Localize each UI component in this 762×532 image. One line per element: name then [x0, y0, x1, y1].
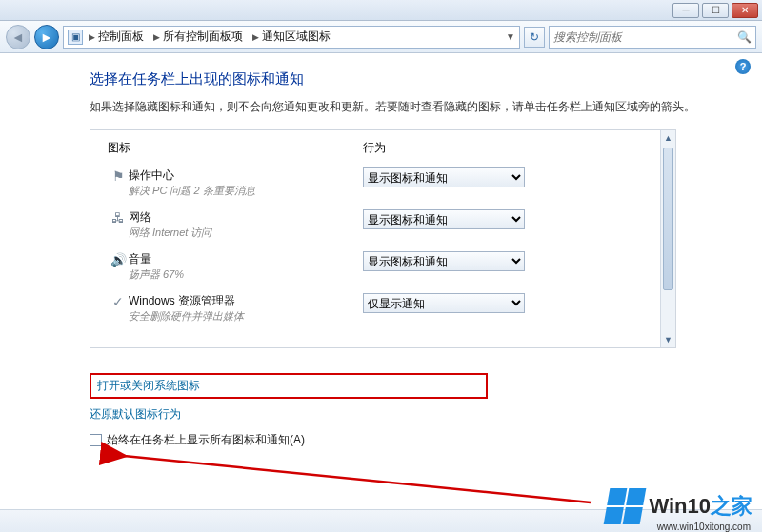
- windows-logo-icon: [604, 488, 647, 524]
- forward-button[interactable]: ►: [34, 25, 59, 49]
- scroll-down-icon[interactable]: ▼: [661, 332, 675, 347]
- link-toggle-system-icons[interactable]: 打开或关闭系统图标: [97, 378, 200, 394]
- item-title: Windows 资源管理器: [129, 293, 363, 309]
- behavior-select[interactable]: 显示图标和通知: [363, 167, 525, 187]
- crumb-1[interactable]: 所有控制面板项: [163, 29, 243, 45]
- watermark-url: www.win10xitong.com: [657, 522, 751, 532]
- minimize-button[interactable]: ─: [672, 3, 699, 18]
- table-row: 🔊音量扬声器 67%显示图标和通知: [108, 246, 658, 287]
- item-subtitle: 解决 PC 问题 2 条重要消息: [129, 184, 363, 198]
- always-show-row[interactable]: 始终在任务栏上显示所有图标和通知(A): [90, 432, 737, 448]
- item-subtitle: 扬声器 67%: [129, 267, 363, 282]
- behavior-select[interactable]: 仅显示通知: [363, 293, 525, 313]
- help-icon[interactable]: ?: [735, 59, 751, 74]
- link-restore-defaults[interactable]: 还原默认图标行为: [90, 406, 737, 423]
- behavior-select[interactable]: 显示图标和通知: [363, 209, 525, 229]
- device-icon: ✓: [108, 294, 129, 309]
- highlight-box: 打开或关闭系统图标: [90, 373, 488, 399]
- maximize-button[interactable]: ☐: [702, 3, 729, 18]
- address-bar[interactable]: ▣ ▶控制面板 ▶所有控制面板项 ▶通知区域图标 ▼: [63, 26, 520, 49]
- column-header-behavior: 行为: [363, 140, 658, 156]
- breadcrumb: ▶所有控制面板项: [150, 29, 247, 45]
- always-show-label: 始终在任务栏上显示所有图标和通知(A): [107, 432, 305, 448]
- item-title: 操作中心: [129, 167, 363, 184]
- explorer-navbar: ◄ ► ▣ ▶控制面板 ▶所有控制面板项 ▶通知区域图标 ▼ ↻ 🔍: [0, 21, 762, 53]
- behavior-select[interactable]: 显示图标和通知: [363, 251, 525, 271]
- page-content: ? 选择在任务栏上出现的图标和通知 如果选择隐藏图标和通知，则不会向您通知更改和…: [0, 53, 762, 532]
- item-subtitle: 安全删除硬件并弹出媒体: [129, 309, 363, 324]
- icons-panel: 图标 行为 ⚑操作中心解决 PC 问题 2 条重要消息显示图标和通知🖧网络网络 …: [90, 129, 676, 348]
- breadcrumb: ▶控制面板: [85, 29, 148, 45]
- item-title: 网络: [129, 209, 363, 226]
- always-show-checkbox[interactable]: [90, 434, 102, 446]
- window-titlebar: ─ ☐ ✕: [0, 0, 762, 21]
- table-row: ⚑操作中心解决 PC 问题 2 条重要消息显示图标和通知: [108, 162, 658, 204]
- column-header-icon: 图标: [108, 140, 363, 156]
- search-input[interactable]: [553, 30, 733, 44]
- search-box[interactable]: 🔍: [549, 26, 756, 49]
- page-description: 如果选择隐藏图标和通知，则不会向您通知更改和更新。若要随时查看隐藏的图标，请单击…: [90, 98, 699, 116]
- panel-scrollbar[interactable]: ▲ ▼: [660, 130, 675, 347]
- flag-icon: ⚑: [108, 168, 129, 184]
- network-icon: 🖧: [108, 210, 129, 226]
- crumb-2[interactable]: 通知区域图标: [262, 29, 331, 45]
- breadcrumb: ▶通知区域图标: [249, 29, 334, 45]
- back-button[interactable]: ◄: [6, 25, 30, 49]
- speaker-icon: 🔊: [108, 252, 129, 267]
- links-area: 打开或关闭系统图标 还原默认图标行为 始终在任务栏上显示所有图标和通知(A): [90, 362, 737, 448]
- table-row: ✓Windows 资源管理器安全删除硬件并弹出媒体仅显示通知: [108, 287, 658, 329]
- search-icon: 🔍: [737, 30, 752, 44]
- table-row: 🖧网络网络 Internet 访问显示图标和通知: [108, 204, 658, 246]
- control-panel-icon: ▣: [68, 30, 83, 45]
- item-subtitle: 网络 Internet 访问: [129, 226, 363, 240]
- svg-line-1: [124, 456, 591, 502]
- item-title: 音量: [129, 251, 363, 267]
- dropdown-chevron-icon[interactable]: ▼: [506, 31, 515, 42]
- scroll-thumb[interactable]: [663, 148, 673, 290]
- close-button[interactable]: ✕: [732, 3, 758, 18]
- watermark: Win10之家: [607, 488, 752, 524]
- refresh-button[interactable]: ↻: [524, 27, 545, 48]
- scroll-up-icon[interactable]: ▲: [661, 130, 675, 146]
- crumb-0[interactable]: 控制面板: [98, 29, 144, 45]
- page-title: 选择在任务栏上出现的图标和通知: [90, 70, 737, 89]
